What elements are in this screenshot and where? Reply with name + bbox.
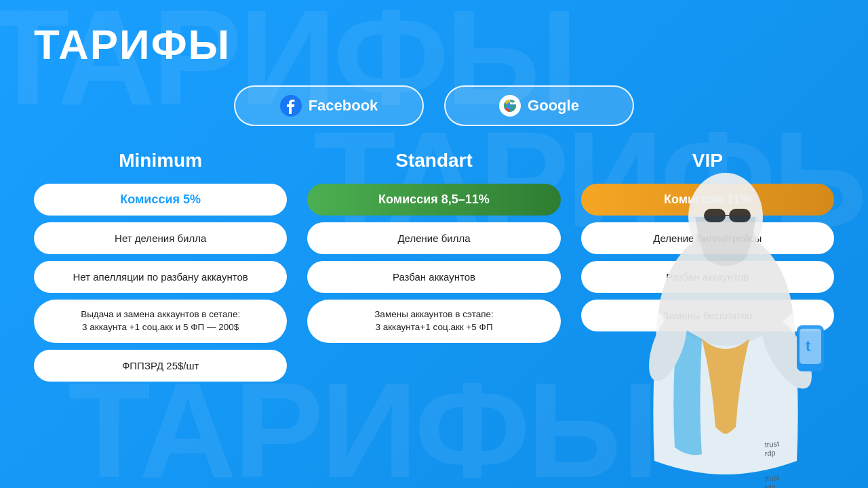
plan-minimum-feature-1: Нет деления билла xyxy=(34,222,287,254)
svg-rect-5 xyxy=(704,209,726,222)
platform-buttons: Facebook Google xyxy=(34,85,834,126)
plan-standart-feature-1: Деление билла xyxy=(307,222,560,254)
svg-text:trust: trust xyxy=(764,473,779,483)
plan-minimum-feature-2: Нет апелляции по разбану аккаунтов xyxy=(34,261,287,293)
svg-text:t: t xyxy=(806,338,811,354)
plan-minimum: Minimum Комиссия 5% Нет деления билла Не… xyxy=(34,150,287,382)
plan-minimum-feature-3: Выдача и замена аккаунтов в сетапе:3 акк… xyxy=(34,300,287,343)
page-title: ТАРИФЫ xyxy=(34,20,834,68)
plan-standart: Standart Комиссия 8,5–11% Деление билла … xyxy=(307,150,560,382)
facebook-label: Facebook xyxy=(309,97,378,115)
plan-standart-commission: Комиссия 8,5–11% xyxy=(307,184,560,216)
google-label: Google xyxy=(528,97,579,115)
plan-minimum-title: Minimum xyxy=(34,150,287,171)
google-icon xyxy=(499,95,521,117)
svg-text:trust: trust xyxy=(764,439,779,449)
facebook-button[interactable]: Facebook xyxy=(234,85,424,126)
statue-decoration: t trust rdp trust rdp xyxy=(597,136,854,488)
plan-standart-feature-3: Замены аккаунтов в сэтапе:3 аккаунта+1 с… xyxy=(307,300,560,343)
google-button[interactable]: Google xyxy=(444,85,634,126)
facebook-icon xyxy=(280,95,302,117)
plan-standart-title: Standart xyxy=(307,150,560,171)
svg-rect-6 xyxy=(729,209,751,222)
page-wrapper: ТАРИФЫ ТАРИФЫ ТАРИФЫ ТАРИФЫ Facebook Goo… xyxy=(0,0,868,488)
plan-minimum-commission: Комиссия 5% xyxy=(34,184,287,216)
plan-minimum-feature-4: ФППЗРД 25$/шт xyxy=(34,350,287,382)
plan-standart-feature-2: Разбан аккаунтов xyxy=(307,261,560,293)
svg-text:rdp: rdp xyxy=(764,449,776,458)
svg-text:rdp: rdp xyxy=(764,483,776,488)
